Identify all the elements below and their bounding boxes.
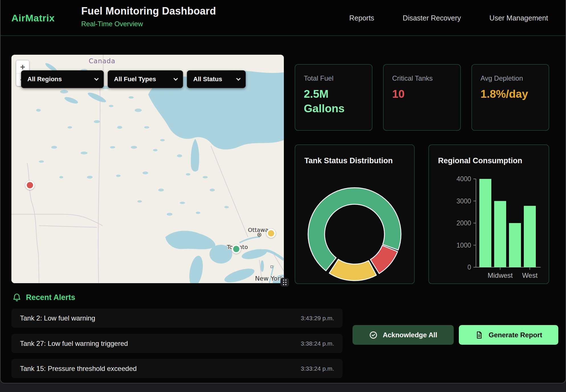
stat-value: 2.5M Gallons <box>304 87 363 116</box>
page-subtitle: Real-Time Overview <box>81 20 216 28</box>
bar-1 <box>494 201 506 268</box>
alert-row[interactable]: Tank 15: Pressure threshold exceeded 3:3… <box>11 359 343 378</box>
donut-segment-critical <box>370 245 398 273</box>
chevron-down-icon <box>174 76 178 81</box>
status-filter-label: All Status <box>193 75 222 83</box>
bar-0 <box>479 179 491 267</box>
dashboard-root: AirMatrix Fuel Monitoring Dashboard Real… <box>0 0 566 383</box>
page-title: Fuel Monitoring Dashboard <box>81 5 216 17</box>
stat-card-avg-depletion: Avg Depletion 1.8%/day <box>471 64 549 131</box>
chart-title: Regional Consumption <box>438 156 522 165</box>
generate-report-button[interactable]: Generate Report <box>459 325 558 345</box>
resize-drag-handle[interactable] <box>280 278 289 287</box>
stat-label: Avg Depletion <box>481 74 540 82</box>
chevron-down-icon <box>236 76 241 81</box>
alert-row[interactable]: Tank 2: Low fuel warning 3:43:29 p.m. <box>11 309 343 328</box>
chevron-down-icon <box>94 76 99 81</box>
app-header: AirMatrix Fuel Monitoring Dashboard Real… <box>1 0 565 36</box>
chart-title: Tank Status Distribution <box>304 156 393 165</box>
tank-marker-normal[interactable] <box>232 244 241 254</box>
alert-row[interactable]: Tank 27: Low fuel warning triggered 3:38… <box>11 334 343 353</box>
title-block: Fuel Monitoring Dashboard Real-Time Over… <box>81 5 216 28</box>
svg-text:1000: 1000 <box>457 242 471 249</box>
bell-icon <box>12 293 21 302</box>
alerts-header: Recent Alerts <box>12 293 75 302</box>
tank-status-chart-card: Tank Status Distribution <box>295 144 415 284</box>
fuel-type-filter-label: All Fuel Types <box>114 75 156 83</box>
stat-card-total-fuel: Total Fuel 2.5M Gallons <box>295 64 372 131</box>
tank-marker-warning[interactable] <box>266 229 276 238</box>
map-base: Canada Ottawa Toronto New York <box>11 55 284 283</box>
stat-value: 10 <box>392 87 452 101</box>
acknowledge-all-label: Acknowledge All <box>383 331 437 339</box>
alert-text: Tank 27: Low fuel warning triggered <box>20 340 128 348</box>
check-circle-icon <box>369 331 378 339</box>
map-wrap: Canada Ottawa Toronto New York + − All R… <box>11 55 284 283</box>
svg-text:West: West <box>522 271 538 279</box>
document-icon <box>475 331 483 339</box>
nav-item-disaster-recovery[interactable]: Disaster Recovery <box>403 14 461 22</box>
svg-text:Midwest: Midwest <box>488 271 513 279</box>
region-filter-dropdown[interactable]: All Regions <box>21 70 104 88</box>
stat-label: Critical Tanks <box>392 74 452 82</box>
generate-report-label: Generate Report <box>488 331 542 339</box>
map-label-new-york: New York <box>255 275 284 282</box>
acknowledge-all-button[interactable]: Acknowledge All <box>353 325 454 345</box>
bar-3 <box>524 206 536 267</box>
svg-text:3000: 3000 <box>457 197 471 205</box>
regional-consumption-bar-chart: 01000200030004000MidwestWest <box>429 145 549 284</box>
alert-text: Tank 15: Pressure threshold exceeded <box>20 365 137 373</box>
alert-time: 3:43:29 p.m. <box>301 315 334 322</box>
charts-row: Tank Status Distribution Regional Consum… <box>295 144 549 284</box>
alerts-title: Recent Alerts <box>26 293 75 302</box>
tank-status-donut-chart <box>295 145 415 284</box>
donut-segment-warning <box>329 259 376 281</box>
alert-time: 3:38:24 p.m. <box>301 340 334 347</box>
stat-label: Total Fuel <box>304 74 363 82</box>
nav-item-user-management[interactable]: User Management <box>489 14 548 22</box>
fuel-type-filter-dropdown[interactable]: All Fuel Types <box>108 70 183 88</box>
bar-2 <box>509 223 521 267</box>
map-label-country: Canada <box>89 57 115 65</box>
stats-row: Total Fuel 2.5M Gallons Critical Tanks 1… <box>295 64 549 131</box>
stat-card-critical-tanks: Critical Tanks 10 <box>383 64 461 131</box>
stat-value: 1.8%/day <box>481 87 540 101</box>
main-nav: Reports Disaster Recovery User Managemen… <box>349 0 548 36</box>
svg-text:2000: 2000 <box>457 219 471 227</box>
map-filters: All Regions All Fuel Types All Status <box>21 70 246 88</box>
alert-text: Tank 2: Low fuel warning <box>20 314 95 322</box>
map-label-ottawa: Ottawa <box>248 226 268 233</box>
brand-logo: AirMatrix <box>11 0 55 36</box>
map-canvas[interactable]: Canada Ottawa Toronto New York + − All R… <box>11 55 284 283</box>
nav-item-reports[interactable]: Reports <box>349 14 374 22</box>
alert-time: 3:33:24 p.m. <box>301 365 334 372</box>
svg-text:4000: 4000 <box>457 175 471 183</box>
status-filter-dropdown[interactable]: All Status <box>187 70 246 88</box>
regional-consumption-chart-card: Regional Consumption 01000200030004000Mi… <box>428 144 549 284</box>
svg-text:0: 0 <box>467 264 471 271</box>
region-filter-label: All Regions <box>27 75 62 83</box>
tank-marker-critical[interactable] <box>25 181 34 190</box>
